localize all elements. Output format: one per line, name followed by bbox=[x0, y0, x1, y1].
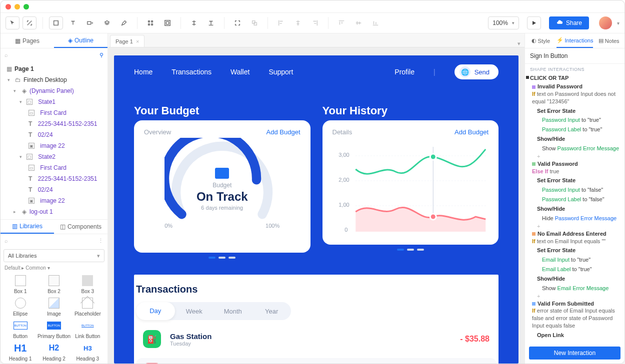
align-text-icon[interactable] bbox=[204, 16, 218, 29]
shape-box2[interactable]: Box 2 bbox=[37, 274, 70, 294]
period-tabs[interactable]: Day Week Month Year bbox=[136, 302, 291, 320]
share-button[interactable]: Share bbox=[549, 16, 589, 29]
tree-dynamic-panel[interactable]: ▾◈(Dynamic Panel) bbox=[0, 85, 108, 96]
distribute-icon[interactable] bbox=[144, 16, 158, 29]
zoom-value: 100% bbox=[492, 19, 508, 26]
shape-h1[interactable]: H1Heading 1 bbox=[4, 341, 37, 362]
tree-img-2[interactable]: ▣ image 22 bbox=[0, 195, 108, 206]
period-month[interactable]: Month bbox=[214, 308, 252, 315]
outline-search[interactable] bbox=[11, 51, 96, 58]
tab-style[interactable]: ◐ Style bbox=[525, 33, 556, 48]
zoom-dot[interactable] bbox=[24, 4, 29, 9]
stack-tool[interactable] bbox=[100, 16, 114, 29]
group-icon[interactable] bbox=[160, 16, 174, 29]
tree-exp-2[interactable]: T 02/24 bbox=[0, 184, 108, 195]
nav-wallet[interactable]: Wallet bbox=[230, 68, 250, 76]
pen-tool[interactable] bbox=[117, 16, 131, 29]
tree-fintech[interactable]: ▾🗀Fintech Desktop bbox=[0, 74, 108, 85]
nav-support[interactable]: Support bbox=[268, 68, 293, 76]
tab-notes[interactable]: ▤ Notes bbox=[593, 33, 624, 48]
tab-libraries[interactable]: ▥ Libraries bbox=[0, 220, 54, 234]
gauge-0: 0% bbox=[164, 223, 172, 229]
form-tool[interactable] bbox=[83, 16, 97, 29]
shape-placeholder[interactable]: Placeholder bbox=[71, 296, 104, 317]
align-horizontal-icon[interactable] bbox=[187, 16, 201, 29]
user-avatar[interactable] bbox=[599, 16, 612, 29]
align-right-icon bbox=[308, 16, 322, 29]
doc-tab-page1[interactable]: Page 1× bbox=[110, 35, 144, 47]
cloud-icon bbox=[556, 19, 563, 26]
tree-firstcard-1[interactable]: ▭ First Card bbox=[0, 107, 108, 118]
shape-image[interactable]: Image bbox=[37, 296, 70, 317]
tree-state2[interactable]: ▾▢ State2 bbox=[0, 151, 108, 162]
new-interaction-button[interactable]: New Interaction bbox=[529, 347, 620, 360]
library-search[interactable] bbox=[11, 237, 95, 244]
more-icon[interactable]: ⋮ bbox=[98, 238, 104, 244]
add-budget-link-2[interactable]: Add Budget bbox=[454, 128, 488, 136]
mock-nav: Home Transactions Wallet Support Profile… bbox=[134, 64, 498, 79]
txn-row-2[interactable]: 🛒 Shopping Monday - $79.90 bbox=[136, 358, 496, 364]
tree-cardnum-1[interactable]: T 2225-3441-5152-2351 bbox=[0, 118, 108, 129]
budget-card[interactable]: Overview Add Budget bbox=[134, 120, 310, 253]
minimize-dot[interactable] bbox=[14, 4, 20, 9]
connect-tool[interactable] bbox=[22, 16, 36, 29]
txn-row-1[interactable]: ⛽ Gas Station Tuesday - $35.88 bbox=[136, 325, 496, 353]
period-day[interactable]: Day bbox=[136, 302, 175, 320]
transactions-section: Transactions Day Week Month Year ⛽ Gas S bbox=[134, 275, 498, 364]
nav-home[interactable]: Home bbox=[134, 68, 152, 76]
text-tool[interactable] bbox=[66, 16, 80, 29]
period-week[interactable]: Week bbox=[175, 308, 214, 315]
svg-text:3,00: 3,00 bbox=[338, 152, 349, 158]
tree-state1[interactable]: ▾▢ State1 bbox=[0, 96, 108, 107]
zoom-select[interactable]: 100% ▾ bbox=[488, 16, 519, 29]
tab-interactions[interactable]: ⚡ Interactions bbox=[556, 33, 594, 48]
fit-icon[interactable] bbox=[230, 16, 244, 29]
tree-cardnum-2[interactable]: T 2225-3441-5152-2351 bbox=[0, 173, 108, 184]
history-card[interactable]: Details Add Budget 3,00 2,00 1,00 bbox=[322, 120, 499, 245]
tab-outline[interactable]: ◈ Outline bbox=[54, 33, 108, 48]
shape-h3[interactable]: H3Heading 3 bbox=[71, 341, 104, 362]
nav-profile[interactable]: Profile bbox=[394, 68, 414, 76]
shape-h2[interactable]: H2Heading 2 bbox=[37, 341, 70, 362]
user-menu-caret[interactable]: ▾ bbox=[617, 20, 620, 26]
case-invalid-password[interactable]: Invalid Password If text on Password Inp… bbox=[525, 82, 624, 106]
tree-exp-1[interactable]: T 02/24 bbox=[0, 129, 108, 140]
tab-components[interactable]: ◫ Components bbox=[54, 220, 108, 234]
add-action-1[interactable]: + bbox=[525, 153, 624, 159]
shape-link-button[interactable]: BUTTONLink Button bbox=[71, 319, 104, 339]
shape-primary-button[interactable]: BUTTONPrimary Button bbox=[37, 319, 70, 339]
preview-button[interactable] bbox=[527, 16, 541, 29]
case-valid-password[interactable]: Valid Password Else If true bbox=[525, 159, 624, 176]
shape-box1[interactable]: Box 1 bbox=[4, 274, 37, 294]
add-budget-link[interactable]: Add Budget bbox=[266, 128, 300, 136]
case-valid-form[interactable]: Valid Form Submitted If error state of E… bbox=[525, 299, 624, 331]
globe-icon: 🌐 bbox=[460, 66, 470, 77]
event-header[interactable]: CLICK OR TAP bbox=[525, 73, 624, 82]
search-icon: ⌕ bbox=[4, 238, 8, 244]
rectangle-tool[interactable] bbox=[49, 16, 63, 29]
tab-pages[interactable]: ▦ Pages bbox=[0, 33, 54, 48]
close-dot[interactable] bbox=[6, 4, 11, 9]
period-year[interactable]: Year bbox=[252, 308, 292, 315]
case-no-email[interactable]: No Email Address Entered If text on Emai… bbox=[525, 229, 624, 246]
add-action-2[interactable]: + bbox=[525, 223, 624, 229]
details-label: Details bbox=[332, 128, 352, 136]
tree-img-1[interactable]: ▣ image 22 bbox=[0, 140, 108, 151]
shape-box3[interactable]: Box 3 bbox=[71, 274, 104, 294]
main-toolbar: 100% ▾ Share ▾ bbox=[0, 12, 624, 33]
shape-button[interactable]: BUTTONButton bbox=[4, 319, 37, 339]
select-tool[interactable] bbox=[6, 16, 20, 29]
close-icon[interactable]: × bbox=[136, 38, 139, 44]
add-action-3[interactable]: + bbox=[525, 293, 624, 299]
artboard-fintech[interactable]: Home Transactions Wallet Support Profile… bbox=[114, 55, 518, 364]
library-select[interactable]: All Libraries▾ bbox=[4, 249, 104, 262]
shape-ellipse[interactable]: Ellipse bbox=[4, 296, 37, 317]
doc-tab-menu[interactable]: ▾ bbox=[514, 40, 524, 47]
nav-transactions[interactable]: Transactions bbox=[172, 68, 212, 76]
budget-title: Your Budget bbox=[134, 104, 310, 117]
filter-icon[interactable]: ⚲ bbox=[100, 52, 104, 58]
send-button[interactable]: 🌐 Send bbox=[454, 64, 498, 79]
tree-page[interactable]: ▦Page 1 bbox=[0, 63, 108, 74]
tree-firstcard-2[interactable]: ▭ First Card bbox=[0, 162, 108, 173]
tree-logout[interactable]: ▸◈log-out 1 bbox=[0, 206, 108, 217]
